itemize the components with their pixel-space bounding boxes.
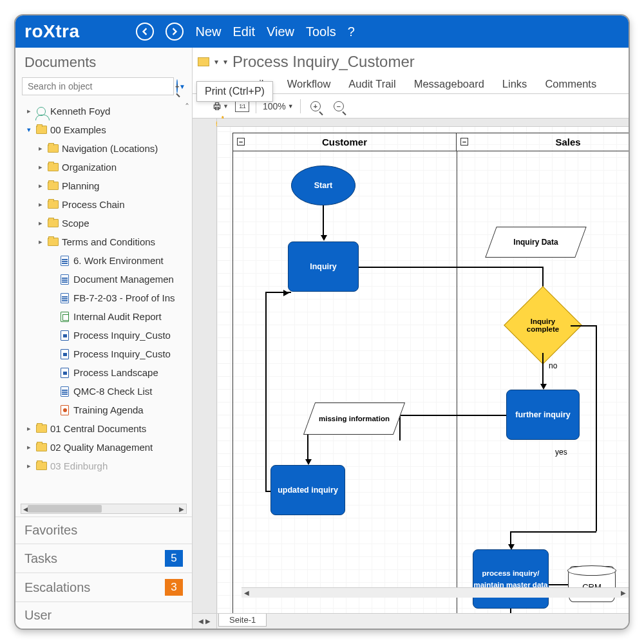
tree-document-row[interactable]: QMC-8 Check List	[19, 382, 192, 401]
scroll-right-icon[interactable]: ▶	[177, 504, 186, 513]
zoom-out-button[interactable]	[330, 99, 347, 114]
edge-label-no: no	[549, 361, 557, 370]
edge	[323, 205, 324, 236]
fit-page-button[interactable]: 1:1	[235, 100, 249, 112]
sidebar-title: Documents	[15, 48, 192, 75]
tree-root-label: 00 Examples	[50, 124, 106, 135]
tab-audit-trail[interactable]: Audit Trail	[345, 75, 399, 93]
tree-document-label: Internal Audit Report	[73, 311, 162, 322]
edge	[510, 609, 511, 613]
tab-workflow[interactable]: Workflow	[283, 75, 335, 93]
tree-root-row[interactable]: ▾ 00 Examples	[19, 120, 192, 139]
swimlane-frame: Customer Sales Start Inquiry	[232, 133, 629, 613]
collapse-icon[interactable]	[237, 138, 245, 146]
tree-user-row[interactable]: ▸ Kenneth Foyd	[19, 102, 192, 120]
document-icon	[59, 349, 70, 359]
sidebar-escalations-label: Escalations	[24, 580, 90, 595]
zoom-level-dropdown[interactable]: 100% ▼	[263, 101, 294, 111]
arrow-icon	[305, 459, 312, 465]
sidebar-escalations[interactable]: Escalations 3	[15, 573, 192, 601]
tree-document-row[interactable]: Process Inquiry_Custo	[19, 326, 192, 345]
tree-folder-row[interactable]: ▸Scope	[19, 214, 192, 232]
node-inquiry-data[interactable]: Inquiry Data	[491, 227, 581, 258]
zoom-in-icon	[310, 101, 321, 111]
tree-folder-row[interactable]: ▸Process Chain	[19, 195, 192, 214]
document-icon	[59, 386, 70, 396]
tree-document-row[interactable]: Internal Audit Report	[19, 307, 192, 326]
tree-folder-row[interactable]: ▸Organization	[19, 158, 192, 176]
folder-icon	[47, 181, 59, 191]
canvas-horizontal-scrollbar[interactable]: ◀ ▶	[242, 587, 629, 598]
scroll-left-icon[interactable]: ◀	[242, 588, 252, 598]
page-tab-nav[interactable]: ◀ ▶	[193, 614, 217, 629]
tree-folder-row[interactable]: ▸01 Central Documents	[19, 419, 192, 438]
main-area: ▾ ▾ Process Inquiry_Customer Print (Ctrl…	[193, 48, 629, 629]
lane-divider	[457, 151, 457, 613]
search-input[interactable]	[22, 77, 174, 95]
tree-document-row[interactable]: Process Landscape	[19, 363, 192, 382]
page-tab-seite-1[interactable]: Seite-1	[218, 614, 267, 627]
node-further-inquiry[interactable]: further inquiry	[506, 390, 580, 440]
folder-icon	[198, 57, 209, 66]
separator	[300, 99, 301, 113]
menu-view[interactable]: View	[267, 24, 294, 39]
edge	[399, 415, 506, 416]
tab-messageboard[interactable]: Messageboard	[410, 75, 488, 93]
breadcrumb-caret-icon[interactable]: ▾	[214, 57, 218, 66]
tree-folder-row[interactable]: ▸Planning	[19, 176, 192, 195]
scroll-right-icon[interactable]: ▶	[618, 588, 629, 598]
flowchart-canvas[interactable]: Customer Sales Start Inquiry	[217, 118, 629, 613]
tree-document-row[interactable]: Document Managemen	[19, 270, 192, 289]
tree-document-row[interactable]: FB-7-2-03 - Proof of Ins	[19, 289, 192, 307]
tree-folder-label: 01 Central Documents	[50, 423, 146, 434]
menu-new[interactable]: New	[195, 24, 221, 39]
folder-icon	[47, 144, 59, 153]
folder-icon	[35, 461, 47, 471]
node-inquiry[interactable]: Inquiry	[288, 242, 359, 292]
node-updated-inquiry[interactable]: updated inquiry	[270, 465, 345, 515]
tree-folder-label: Navigation (Locations)	[62, 143, 158, 154]
tree-document-row[interactable]: Process Inquiry_Custo	[19, 345, 192, 363]
tree-folder-row[interactable]: ▸Terms and Conditions	[19, 232, 192, 251]
folder-icon	[47, 237, 59, 247]
tree-horizontal-scrollbar[interactable]: ◀ ▶	[21, 504, 187, 514]
document-icon	[59, 312, 70, 321]
zoom-value: 100%	[263, 101, 286, 111]
sidebar-favorites[interactable]: Favorites	[15, 516, 192, 544]
sidebar: Documents ▼ ˄ ▸ Kenneth Foyd ▾ 00 Exampl…	[15, 48, 193, 629]
edge	[596, 325, 597, 531]
menu-tools[interactable]: Tools	[306, 24, 336, 39]
node-start[interactable]: Start	[291, 166, 355, 205]
node-decision-inquiry-complete[interactable]: Inquiry complete	[515, 298, 571, 353]
tree-user-label: Kenneth Foyd	[50, 106, 110, 117]
tree-document-row[interactable]: 6. Work Environment	[19, 251, 192, 270]
edge	[510, 531, 511, 545]
tab-comments[interactable]: Comments	[541, 75, 600, 93]
collapse-icon[interactable]	[460, 138, 468, 146]
nav-back-button[interactable]	[136, 23, 154, 41]
tree-folder-row[interactable]: ▸02 Quality Management	[19, 438, 192, 457]
scroll-thumb[interactable]	[28, 505, 102, 513]
tab-links[interactable]: Links	[498, 75, 531, 93]
svg-rect-1	[215, 102, 218, 104]
zoom-in-button[interactable]	[307, 99, 324, 114]
sidebar-user[interactable]: User	[15, 601, 192, 629]
document-icon	[59, 330, 70, 340]
sidebar-tasks-label: Tasks	[24, 551, 57, 566]
edge-label-yes: yes	[555, 448, 567, 457]
nav-forward-button[interactable]	[166, 23, 184, 41]
page-tab-bar: ◀ ▶ Seite-1	[193, 613, 629, 629]
breadcrumb-caret-icon[interactable]: ▾	[223, 57, 227, 66]
node-missing-information[interactable]: missing information	[309, 402, 399, 435]
tree-folder-row[interactable]: ▸03 Edinburgh	[19, 457, 192, 475]
sidebar-tasks[interactable]: Tasks 5	[15, 544, 192, 573]
tree-document-label: Document Managemen	[73, 274, 174, 285]
tree-folder-row[interactable]: ▸Navigation (Locations)	[19, 139, 192, 158]
tree-document-row[interactable]: Training Agenda	[19, 401, 192, 419]
menu-help[interactable]: ?	[348, 24, 355, 39]
search-button[interactable]: ▼	[176, 80, 185, 93]
menu-edit[interactable]: Edit	[233, 24, 255, 39]
node-process-inquiry[interactable]: process inquiry/maintain master data	[473, 549, 549, 609]
tree-scroll-up[interactable]: ˄	[185, 102, 189, 112]
edge	[549, 584, 568, 585]
